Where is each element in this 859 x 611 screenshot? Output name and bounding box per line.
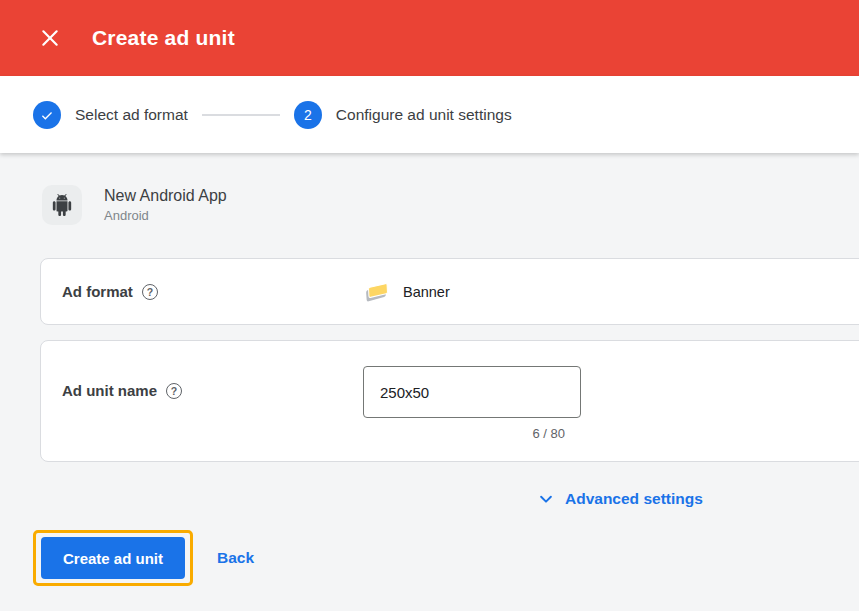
ad-format-card: Ad format ? Banner xyxy=(40,258,859,325)
step-select-ad-format[interactable]: Select ad format xyxy=(33,101,188,129)
ad-unit-name-label: Ad unit name xyxy=(62,382,157,399)
advanced-settings-label: Advanced settings xyxy=(565,490,703,508)
check-icon xyxy=(39,107,55,123)
create-ad-unit-button[interactable]: Create ad unit xyxy=(41,537,185,579)
step2-number-circle: 2 xyxy=(294,101,322,129)
app-icon-container xyxy=(42,185,82,225)
app-info-row: New Android App Android xyxy=(42,185,859,225)
help-icon[interactable]: ? xyxy=(142,284,158,300)
app-info-text: New Android App Android xyxy=(104,187,227,223)
banner-format-icon xyxy=(363,281,391,303)
chevron-down-icon xyxy=(537,490,555,508)
step-connector-line xyxy=(202,114,280,116)
app-name: New Android App xyxy=(104,187,227,205)
ad-format-value-group: Banner xyxy=(363,281,450,303)
android-icon xyxy=(51,194,73,216)
close-button[interactable] xyxy=(36,24,64,52)
step-configure-settings[interactable]: 2 Configure ad unit settings xyxy=(294,101,512,129)
stepper: Select ad format 2 Configure ad unit set… xyxy=(0,76,859,153)
create-ad-unit-dialog: Create ad unit Select ad format 2 Config… xyxy=(0,0,859,611)
step2-label: Configure ad unit settings xyxy=(336,106,512,124)
close-icon xyxy=(40,28,60,48)
actions-row: Create ad unit Back xyxy=(33,530,859,586)
ad-format-label-group: Ad format ? xyxy=(41,283,363,300)
ad-format-value: Banner xyxy=(403,284,450,300)
advanced-settings-toggle[interactable]: Advanced settings xyxy=(537,490,703,508)
step1-check-circle xyxy=(33,101,61,129)
dialog-title: Create ad unit xyxy=(92,26,235,50)
annotation-highlight-box: Create ad unit xyxy=(33,530,193,586)
ad-unit-name-card: Ad unit name ? 6 / 80 xyxy=(40,340,859,462)
main-content: New Android App Android Ad format ? Bann… xyxy=(0,153,859,611)
help-icon[interactable]: ? xyxy=(166,383,182,399)
dialog-header: Create ad unit xyxy=(0,0,859,76)
step1-label: Select ad format xyxy=(75,106,188,124)
ad-unit-name-label-group: Ad unit name ? xyxy=(41,366,363,399)
ad-unit-name-input-group: 6 / 80 xyxy=(363,366,581,441)
app-platform: Android xyxy=(104,208,227,223)
ad-format-label: Ad format xyxy=(62,283,133,300)
back-button[interactable]: Back xyxy=(217,549,254,567)
ad-unit-name-input[interactable] xyxy=(363,366,581,418)
character-counter: 6 / 80 xyxy=(363,426,581,441)
